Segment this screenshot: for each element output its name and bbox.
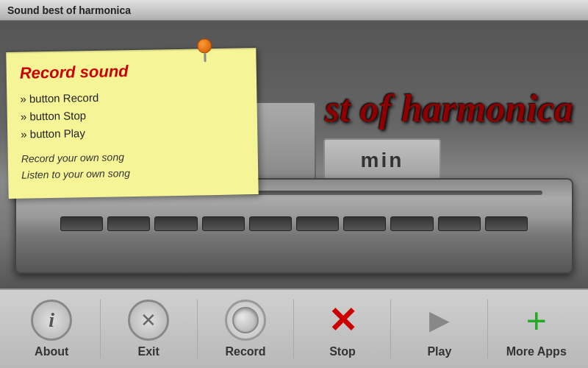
harmonica-hole (343, 216, 386, 231)
pin (197, 38, 212, 60)
toolbar: i About ✕ Exit Record ✕ Stop ▶ Play + Mo… (0, 289, 588, 368)
sticky-item-3: button Play (21, 121, 244, 143)
stop-icon: ✕ (322, 300, 363, 341)
sticky-note: Record sound button Record button Stop b… (6, 48, 258, 199)
pin-head (197, 38, 212, 53)
harmonica-hole (485, 216, 528, 231)
app-title: st of harmonica (325, 87, 573, 130)
harmonica-hole (60, 216, 103, 231)
about-icon: i (31, 300, 72, 341)
exit-icon: ✕ (128, 300, 169, 341)
more-apps-button[interactable]: + More Apps (496, 300, 577, 358)
divider (100, 300, 101, 358)
record-box (250, 102, 316, 183)
pin-needle (204, 53, 206, 62)
record-label: Record (225, 345, 265, 358)
more-apps-label: More Apps (506, 345, 567, 358)
divider (487, 300, 488, 358)
harmonica-hole (249, 216, 292, 231)
main-content: st of harmonica min Record sound butt (0, 21, 588, 289)
harmonica-hole (154, 216, 197, 231)
exit-button[interactable]: ✕ Exit (108, 300, 189, 358)
harmonica-hole (107, 216, 150, 231)
harmonica-hole (390, 216, 433, 231)
stop-button[interactable]: ✕ Stop (302, 300, 383, 358)
record-button[interactable]: Record (205, 300, 286, 358)
sticky-footer-2: Listen to your own song (21, 163, 245, 184)
min-label: min (361, 149, 404, 172)
record-circle (232, 307, 259, 333)
divider (390, 300, 391, 358)
record-icon (225, 300, 266, 341)
divider (197, 300, 198, 358)
window-title: Sound best of harmonica (7, 4, 131, 16)
divider (293, 300, 294, 358)
play-button[interactable]: ▶ Play (399, 300, 480, 358)
harmonica-hole (296, 216, 339, 231)
play-icon: ▶ (419, 300, 460, 341)
stop-label: Stop (329, 345, 356, 358)
about-label: About (35, 345, 68, 358)
harmonica-hole (202, 216, 245, 231)
play-label: Play (427, 345, 451, 358)
sticky-footer: Record your own song Listen to your own … (21, 146, 245, 183)
min-box: min (323, 138, 441, 183)
more-apps-icon: + (516, 300, 557, 341)
sticky-items: button Record button Stop button Play (20, 86, 244, 143)
about-button[interactable]: i About (11, 300, 92, 358)
holes-row (60, 216, 528, 231)
sticky-title: Record sound (20, 60, 243, 82)
title-bar: Sound best of harmonica (0, 0, 588, 21)
harmonica-hole (438, 216, 481, 231)
exit-label: Exit (137, 345, 159, 358)
